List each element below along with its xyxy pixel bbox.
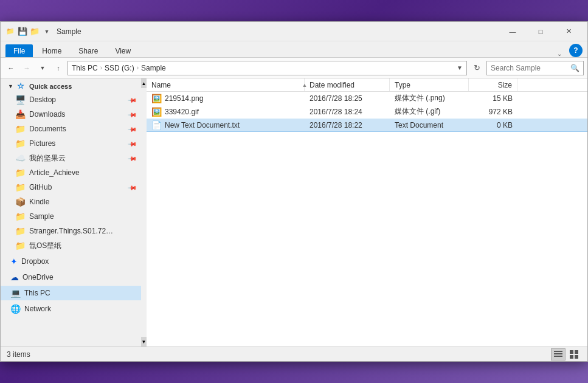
address-dropdown-icon[interactable]: ▼ — [457, 64, 463, 71]
thispc-label: This PC — [24, 289, 50, 297]
save-icon: 💾 — [18, 27, 27, 36]
file-type-219514: 媒体文件 (.png) — [390, 92, 469, 105]
svg-rect-2 — [554, 356, 562, 357]
tab-share[interactable]: Share — [71, 44, 106, 57]
github-icon: 📁 — [15, 182, 26, 192]
large-view-icon — [569, 350, 579, 359]
ribbon: File Home Share View ⌄ ? — [1, 41, 587, 58]
tab-home[interactable]: Home — [34, 44, 69, 57]
forward-button[interactable]: → — [20, 61, 33, 75]
sidebar-scroll-up[interactable]: ▲ — [141, 78, 147, 88]
address-bar[interactable]: This PC › SSD (G:) › Sample ▼ — [67, 61, 467, 75]
col-type-label: Type — [395, 81, 410, 89]
breadcrumb-current[interactable]: Sample — [141, 64, 166, 72]
title-bar-icons: 📁 💾 📁 ▼ — [5, 27, 52, 36]
sidebar-item-network[interactable]: 🌐 Network — [1, 302, 141, 316]
col-header-size[interactable]: Size — [469, 78, 517, 91]
view-controls — [551, 348, 581, 361]
sidebar-item-desktop[interactable]: 🖥️ Desktop 📌 — [1, 92, 141, 107]
maximize-button[interactable]: □ — [527, 22, 555, 41]
explorer-window: 📁 💾 📁 ▼ Sample — □ ✕ File Home Share Vie… — [0, 21, 588, 362]
search-icon[interactable]: 🔍 — [570, 64, 579, 72]
sidebar-item-stranger[interactable]: 📁 Stranger.Things.S01.720p.N — [1, 224, 141, 238]
network-icon: 🌐 — [10, 304, 21, 314]
network-label: Network — [24, 305, 51, 313]
file-row-newtxt[interactable]: 📄 New Text Document.txt 2016/7/28 18:22 … — [147, 119, 587, 132]
sidebar-item-documents[interactable]: 📁 Documents 📌 — [1, 122, 141, 136]
sidebar-item-github[interactable]: 📁 GitHub 📌 — [1, 180, 141, 195]
col-header-name[interactable]: Name — [147, 78, 305, 91]
col-header-date[interactable]: Date modified — [305, 78, 390, 91]
file-icon-219514: 🖼️ — [151, 94, 162, 103]
desktop-label: Desktop — [29, 95, 56, 104]
tab-view[interactable]: View — [107, 44, 139, 57]
pictures-label: Pictures — [29, 139, 55, 148]
file-area: Name ▲ Date modified Type Size 🖼️ — [147, 78, 587, 347]
svg-rect-0 — [554, 351, 562, 352]
file-date-219514: 2016/7/28 18:25 — [305, 92, 390, 105]
pin-icon-nutstore: 📌 — [128, 153, 137, 163]
minimize-button[interactable]: — — [499, 22, 527, 41]
sidebar-item-thispc[interactable]: 💻 This PC — [1, 286, 141, 300]
dropdown-icon[interactable]: ▼ — [42, 27, 52, 36]
sidebar-inner: ▼ ☆ Quick access 🖥️ Desktop 📌 📥 Download… — [1, 78, 141, 317]
tab-file[interactable]: File — [5, 44, 33, 57]
file-size-219514: 15 KB — [469, 92, 517, 105]
file-type-newtxt: Text Document — [390, 119, 469, 131]
search-input[interactable] — [491, 64, 568, 72]
sidebar-section-quickaccess: ▼ ☆ Quick access 🖥️ Desktop 📌 📥 Download… — [1, 80, 141, 253]
breadcrumb-ssd[interactable]: SSD (G:) — [105, 64, 134, 72]
details-view-icon — [553, 350, 563, 359]
col-size-label: Size — [498, 81, 512, 89]
thispc-icon: 💻 — [10, 288, 21, 298]
pin-icon-downloads: 📌 — [128, 109, 137, 119]
sidebar-header-quickaccess[interactable]: ▼ ☆ Quick access — [1, 80, 141, 92]
breadcrumb-thispc[interactable]: This PC — [72, 64, 98, 72]
refresh-button[interactable]: ↻ — [469, 61, 484, 75]
documents-label: Documents — [29, 125, 66, 133]
help-button[interactable]: ? — [569, 44, 583, 57]
breadcrumb-sep2: › — [137, 64, 139, 71]
search-box[interactable]: 🔍 — [486, 61, 584, 75]
view-details-button[interactable] — [551, 348, 566, 361]
sidebar-scroll-down[interactable]: ▼ — [141, 337, 147, 347]
sidebar-item-nutstore[interactable]: ☁️ 我的坚果云 📌 — [1, 151, 141, 165]
kindle-label: Kindle — [29, 198, 49, 206]
pin-icon-desktop: 📌 — [128, 95, 137, 105]
file-row-339420[interactable]: 🖼️ 339420.gif 2016/7/28 18:24 媒体文件 (.gif… — [147, 105, 587, 119]
close-button[interactable]: ✕ — [555, 22, 583, 41]
onedrive-icon: ☁ — [10, 272, 19, 282]
file-row-219514[interactable]: 🖼️ 219514.png 2016/7/28 18:25 媒体文件 (.png… — [147, 92, 587, 105]
file-name-219514: 🖼️ 219514.png — [147, 92, 305, 105]
sidebar-item-sample[interactable]: 📁 Sample — [1, 209, 141, 224]
sidebar-item-pictures[interactable]: 📁 Pictures 📌 — [1, 136, 141, 151]
recent-button[interactable]: ▼ — [36, 61, 49, 75]
back-button[interactable]: ← — [4, 61, 18, 75]
main-area: ▼ ☆ Quick access 🖥️ Desktop 📌 📥 Download… — [1, 78, 587, 347]
desktop-icon: 🖥️ — [15, 95, 26, 105]
up-button[interactable]: ↑ — [52, 61, 65, 75]
sidebar-item-xenos[interactable]: 📁 氙OS壁纸 — [1, 238, 141, 253]
svg-rect-4 — [575, 350, 578, 354]
sidebar-item-onedrive[interactable]: ☁ OneDrive — [1, 270, 141, 285]
sidebar-item-downloads[interactable]: 📥 Downloads 📌 — [1, 107, 141, 122]
sidebar-section-thispc: 💻 This PC — [1, 286, 141, 300]
sidebar-item-kindle[interactable]: 📦 Kindle — [1, 195, 141, 209]
sidebar-section-onedrive: ☁ OneDrive — [1, 270, 141, 285]
view-large-button[interactable] — [567, 348, 581, 361]
item-count: 3 items — [7, 350, 30, 359]
ribbon-expand-icon[interactable]: ⌄ — [553, 50, 566, 57]
sample-label: Sample — [29, 212, 54, 221]
kindle-icon: 📦 — [15, 197, 26, 207]
chevron-down-icon: ▼ — [8, 83, 13, 89]
file-date-339420: 2016/7/28 18:24 — [305, 105, 390, 118]
nutstore-icon: ☁️ — [15, 153, 26, 163]
file-name-339420: 🖼️ 339420.gif — [147, 105, 305, 118]
col-header-type[interactable]: Type — [390, 78, 469, 91]
documents-icon: 📁 — [15, 124, 26, 134]
article-label: Article_Achieve — [29, 168, 80, 177]
xenos-icon: 📁 — [15, 241, 26, 250]
sidebar-item-article[interactable]: 📁 Article_Achieve — [1, 165, 141, 180]
github-label: GitHub — [29, 183, 52, 191]
sidebar-item-dropbox[interactable]: ✦ Dropbox — [1, 254, 141, 269]
